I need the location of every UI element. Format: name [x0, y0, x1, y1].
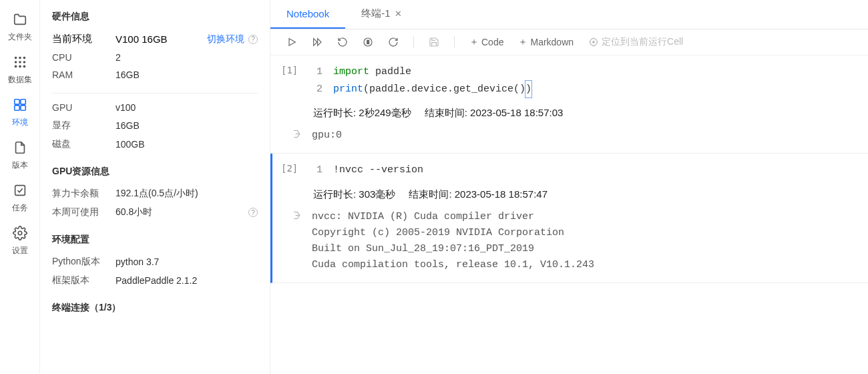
- sidebar-dataset-label: 数据集: [8, 74, 32, 85]
- current-env-row: 当前环境 V100 16GB 切换环境 ?: [52, 29, 258, 49]
- svg-point-2: [23, 57, 25, 59]
- cpu-value: 2: [116, 52, 258, 63]
- separator: [52, 93, 258, 94]
- quota-label: 算力卡余额: [52, 188, 116, 200]
- python-label: Python版本: [52, 256, 116, 268]
- week-value: 60.8小时: [116, 206, 246, 218]
- gpu-label: GPU: [52, 102, 116, 113]
- framework-row: 框架版本 PaddlePaddle 2.1.2: [52, 271, 258, 290]
- add-markdown-button[interactable]: ＋ Markdown: [518, 36, 574, 48]
- ram-row: RAM 16GB: [52, 66, 258, 83]
- gear-icon: [13, 226, 27, 242]
- tab-terminal-label: 终端-1: [361, 7, 390, 20]
- cpu-row: CPU 2: [52, 49, 258, 66]
- end-value: 2023-05-18 18:57:47: [455, 188, 548, 200]
- main-area: Notebook 终端-1 ✕ ＋ Code ＋ Markdown: [270, 0, 868, 374]
- switch-env-link[interactable]: 切换环境 ?: [207, 33, 258, 45]
- sidebar-environment[interactable]: 环境: [0, 92, 39, 135]
- code-editor[interactable]: 1import paddle 2print(paddle.device.get_…: [312, 63, 855, 98]
- svg-point-7: [19, 65, 21, 68]
- python-value: python 3.7: [116, 256, 258, 267]
- close-icon[interactable]: ✕: [395, 9, 402, 19]
- add-code-label: Code: [481, 37, 503, 47]
- help-icon[interactable]: ?: [248, 35, 258, 44]
- tab-notebook[interactable]: Notebook: [270, 0, 345, 29]
- framework-value: PaddlePaddle 2.1.2: [116, 275, 258, 286]
- hardware-info-title: 硬件信息: [52, 11, 258, 23]
- sidebar-version[interactable]: 版本: [0, 135, 39, 178]
- save-button[interactable]: [429, 37, 439, 47]
- quota-value: 192.1点(0.5点/小时): [116, 188, 258, 200]
- end-label: 结束时间:: [409, 188, 451, 200]
- task-icon: [13, 183, 27, 200]
- locate-cell-button[interactable]: 定位到当前运行Cell: [588, 36, 683, 48]
- environment-icon: [13, 98, 27, 114]
- stop-button[interactable]: [363, 37, 373, 47]
- svg-point-14: [18, 231, 22, 235]
- tabs-bar: Notebook 终端-1 ✕: [270, 0, 868, 29]
- ram-value: 16GB: [116, 69, 258, 80]
- vram-value: 16GB: [116, 120, 258, 131]
- run-all-button[interactable]: [312, 37, 322, 47]
- svg-rect-11: [14, 106, 19, 110]
- info-panel: 硬件信息 当前环境 V100 16GB 切换环境 ? CPU 2 RAM 16G…: [40, 0, 270, 374]
- duration-label: 运行时长:: [313, 188, 356, 200]
- line-number: 1: [312, 63, 333, 81]
- add-code-button[interactable]: ＋ Code: [469, 36, 503, 48]
- output-text: gpu:0: [312, 128, 342, 144]
- sidebar-folder[interactable]: 文件夹: [0, 7, 39, 49]
- sidebar-settings[interactable]: 设置: [0, 220, 39, 263]
- locate-cell-label: 定位到当前运行Cell: [602, 36, 683, 48]
- svg-rect-10: [20, 100, 25, 104]
- svg-point-1: [19, 57, 21, 59]
- duration-value: 2秒249毫秒: [359, 107, 411, 118]
- svg-rect-17: [369, 40, 369, 43]
- code-editor[interactable]: 1!nvcc --version: [312, 162, 855, 179]
- help-icon[interactable]: ?: [248, 208, 258, 217]
- quota-row: 算力卡余额 192.1点(0.5点/小时): [52, 184, 258, 203]
- end-label: 结束时间:: [425, 107, 467, 118]
- sidebar-settings-label: 设置: [12, 245, 28, 256]
- notebook-cell[interactable]: [1] 1import paddle 2print(paddle.device.…: [270, 55, 868, 154]
- svg-rect-13: [15, 186, 25, 196]
- svg-point-6: [14, 65, 17, 68]
- sidebar-version-label: 版本: [12, 160, 28, 171]
- svg-rect-9: [14, 100, 19, 104]
- restart-button[interactable]: [337, 37, 348, 47]
- run-button[interactable]: [286, 37, 297, 47]
- line-number: 2: [312, 81, 333, 98]
- framework-label: 框架版本: [52, 274, 116, 287]
- folder-icon: [13, 12, 27, 29]
- cpu-label: CPU: [52, 52, 116, 63]
- run-meta: 运行时长: 2秒249毫秒 结束时间: 2023-05-18 18:57:03: [313, 107, 855, 120]
- code-text: import paddle: [333, 63, 411, 81]
- icon-sidebar: 文件夹 数据集 环境 版本 任务 设置: [0, 0, 40, 374]
- current-env-value: V100 16GB: [116, 33, 207, 45]
- reset-button[interactable]: [388, 37, 399, 47]
- gpu-resource-title: GPU资源信息: [52, 166, 258, 178]
- notebook-body[interactable]: [1] 1import paddle 2print(paddle.device.…: [270, 55, 868, 374]
- toolbar: ＋ Code ＋ Markdown 定位到当前运行Cell: [270, 29, 868, 55]
- end-value: 2023-05-18 18:57:03: [470, 107, 563, 118]
- sidebar-task[interactable]: 任务: [0, 178, 39, 220]
- python-row: Python版本 python 3.7: [52, 252, 258, 271]
- svg-point-5: [23, 61, 25, 63]
- output-arrow-icon: [292, 128, 312, 141]
- toolbar-separator: [413, 36, 414, 48]
- tab-terminal[interactable]: 终端-1 ✕: [345, 0, 417, 29]
- terminal-connection-title: 终端连接（1/3）: [52, 302, 258, 314]
- svg-point-3: [14, 61, 17, 63]
- sidebar-dataset[interactable]: 数据集: [0, 49, 39, 92]
- vram-label: 显存: [52, 120, 116, 132]
- duration-value: 303毫秒: [359, 188, 395, 200]
- gpu-row: GPU v100: [52, 99, 258, 116]
- code-text: print(paddle.device.get_device()): [333, 81, 531, 98]
- notebook-cell[interactable]: [2] 1!nvcc --version 运行时长: 303毫秒 结束时间: 2…: [270, 154, 868, 283]
- output-arrow-icon: [292, 209, 312, 222]
- sidebar-environment-label: 环境: [12, 117, 28, 128]
- exec-count: [2]: [281, 162, 312, 174]
- env-config-title: 环境配置: [52, 234, 258, 246]
- toolbar-separator: [454, 36, 455, 48]
- exec-count: [1]: [281, 63, 312, 75]
- ram-label: RAM: [52, 69, 116, 80]
